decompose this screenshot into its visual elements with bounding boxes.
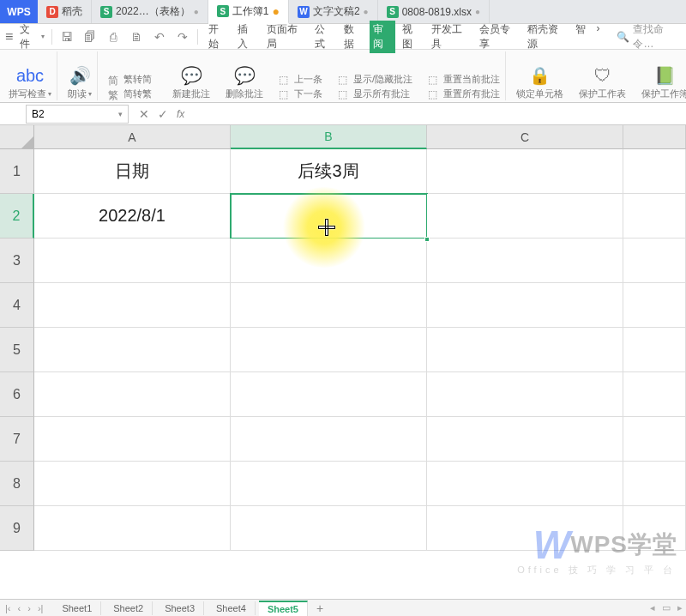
cell-D4[interactable] (623, 283, 686, 328)
cell-C8[interactable] (427, 462, 623, 506)
cancel-icon[interactable]: ✕ (139, 107, 149, 121)
ribbon-tab-view[interactable]: 视图 (399, 21, 424, 53)
row-header-7[interactable]: 7 (0, 417, 34, 462)
group-read[interactable]: 🔊 朗读▾ (63, 51, 98, 100)
sheet-last-icon[interactable]: ›| (36, 603, 45, 613)
cell-B2[interactable] (231, 194, 427, 239)
ribbon-tab-member[interactable]: 会员专享 (476, 21, 521, 53)
btn-next-comment[interactable]: ⬚下一条 (279, 88, 322, 100)
cell-C3[interactable] (427, 239, 623, 283)
hamburger-icon[interactable]: ≡ (5, 29, 13, 45)
ribbon-tab-daoke[interactable]: 稻壳资源 (524, 21, 569, 53)
cell-C7[interactable] (427, 417, 623, 462)
ribbon-tab-data[interactable]: 数据 (340, 21, 366, 53)
cell-A9[interactable] (34, 506, 231, 551)
cell-A2[interactable]: 2022/8/1 (34, 194, 231, 239)
fx-icon[interactable]: fx (177, 108, 184, 120)
file-menu[interactable]: 文件 ▾ (20, 22, 44, 51)
btn-showall-comment[interactable]: ⬚显示所有批注 (338, 88, 412, 100)
btn-simp2trad[interactable]: 简繁转简 (108, 73, 152, 86)
cell-D5[interactable] (623, 328, 686, 372)
row-header-4[interactable]: 4 (0, 283, 34, 328)
col-header-A[interactable]: A (34, 125, 231, 149)
ribbon-tab-layout[interactable]: 页面布局 (263, 21, 308, 53)
sheet-tab-2[interactable]: Sheet2 (105, 601, 153, 615)
cell-A6[interactable] (34, 372, 231, 417)
cell-B9[interactable] (231, 506, 427, 551)
cell-A1[interactable]: 日期 (34, 149, 231, 194)
cell-D2[interactable] (623, 194, 686, 239)
group-spellcheck[interactable]: abc 拼写检查▾ (3, 51, 57, 100)
btn-trad2simp[interactable]: 繁简转繁 (108, 88, 152, 100)
ribbon-tab-insert[interactable]: 插入 (234, 21, 260, 53)
cell-C6[interactable] (427, 372, 623, 417)
cell-B8[interactable] (231, 462, 427, 506)
ribbon-tab-dev[interactable]: 开发工具 (428, 21, 472, 53)
selection-handle[interactable] (424, 237, 430, 242)
row-header-2[interactable]: 2 (0, 194, 34, 239)
cell-C1[interactable] (427, 149, 623, 194)
cell-B5[interactable] (231, 328, 427, 372)
sheet-add-icon[interactable]: + (311, 601, 328, 615)
ribbon-tab-review[interactable]: 审阅 (370, 21, 395, 53)
select-all-corner[interactable] (0, 125, 34, 149)
btn-prev-comment[interactable]: ⬚上一条 (279, 73, 322, 86)
hscroll-right-icon[interactable]: ▸ (677, 602, 683, 613)
hscroll-thumb[interactable]: ▭ (662, 602, 671, 613)
ribbon-tab-formula[interactable]: 公式 (311, 21, 337, 53)
group-del-comment[interactable]: 💬 删除批注 (220, 51, 268, 100)
cell-A4[interactable] (34, 283, 231, 328)
cell-C5[interactable] (427, 328, 623, 372)
sheet-tab-1[interactable]: Sheet1 (53, 601, 101, 615)
hscroll-left-icon[interactable]: ◂ (650, 602, 655, 613)
print-preview-icon[interactable]: 🗎 (128, 30, 144, 44)
sheet-tab-3[interactable]: Sheet3 (156, 601, 204, 615)
col-header-B[interactable]: B (231, 125, 427, 149)
cell-A3[interactable] (34, 239, 231, 283)
search-commands[interactable]: 🔍 查找命令… (617, 22, 681, 51)
row-header-8[interactable]: 8 (0, 462, 34, 506)
btn-showhide-comment[interactable]: ⬚显示/隐藏批注 (338, 73, 412, 86)
cell-D9[interactable] (623, 506, 686, 551)
cell-C2[interactable] (427, 194, 623, 239)
cell-C9[interactable] (427, 506, 623, 551)
tab-doc-2022[interactable]: S 2022…（表格） ● (92, 0, 208, 23)
save-as-icon[interactable]: 🗐 (82, 30, 99, 44)
undo-icon[interactable]: ↶ (151, 30, 167, 44)
tab-daoke[interactable]: D 稻壳 (38, 0, 92, 23)
cell-D7[interactable] (623, 417, 686, 462)
row-header-3[interactable]: 3 (0, 239, 34, 283)
cell-B6[interactable] (231, 372, 427, 417)
col-header-rest[interactable] (623, 125, 686, 149)
save-icon[interactable]: 🖫 (59, 30, 75, 44)
btn-reset-current[interactable]: ⬚重置当前批注 (428, 73, 500, 86)
sheet-tab-4[interactable]: Sheet4 (208, 601, 256, 615)
row-header-6[interactable]: 6 (0, 372, 34, 417)
cell-area[interactable]: 日期 后续3周 2022/8/1 (34, 149, 686, 590)
ribbon-tab-start[interactable]: 开始 (205, 21, 231, 53)
cell-D3[interactable] (623, 239, 686, 283)
cell-B7[interactable] (231, 417, 427, 462)
cell-B3[interactable] (231, 239, 427, 283)
group-protect-sheet[interactable]: 🛡 保护工作表 (574, 51, 631, 100)
redo-icon[interactable]: ↷ (174, 30, 190, 44)
cell-A5[interactable] (34, 328, 231, 372)
cell-B1[interactable]: 后续3周 (231, 149, 427, 194)
cell-A8[interactable] (34, 462, 231, 506)
cell-D8[interactable] (623, 462, 686, 506)
group-protect-book[interactable]: 📗 保护工作簿 (636, 51, 686, 100)
btn-reset-all[interactable]: ⬚重置所有批注 (428, 88, 500, 100)
print-icon[interactable]: ⎙ (105, 30, 121, 44)
row-header-5[interactable]: 5 (0, 328, 34, 372)
cell-B4[interactable] (231, 283, 427, 328)
group-new-comment[interactable]: 💬 新建批注 (167, 51, 215, 100)
name-box[interactable]: B2 ▾ (26, 105, 129, 124)
accept-icon[interactable]: ✓ (158, 107, 168, 121)
ribbon-overflow-icon[interactable]: › (593, 21, 603, 53)
cell-D1[interactable] (623, 149, 686, 194)
sheet-next-icon[interactable]: › (26, 603, 33, 613)
col-header-C[interactable]: C (427, 125, 623, 149)
formula-input[interactable] (193, 105, 686, 124)
row-header-9[interactable]: 9 (0, 506, 34, 551)
cell-D6[interactable] (623, 372, 686, 417)
